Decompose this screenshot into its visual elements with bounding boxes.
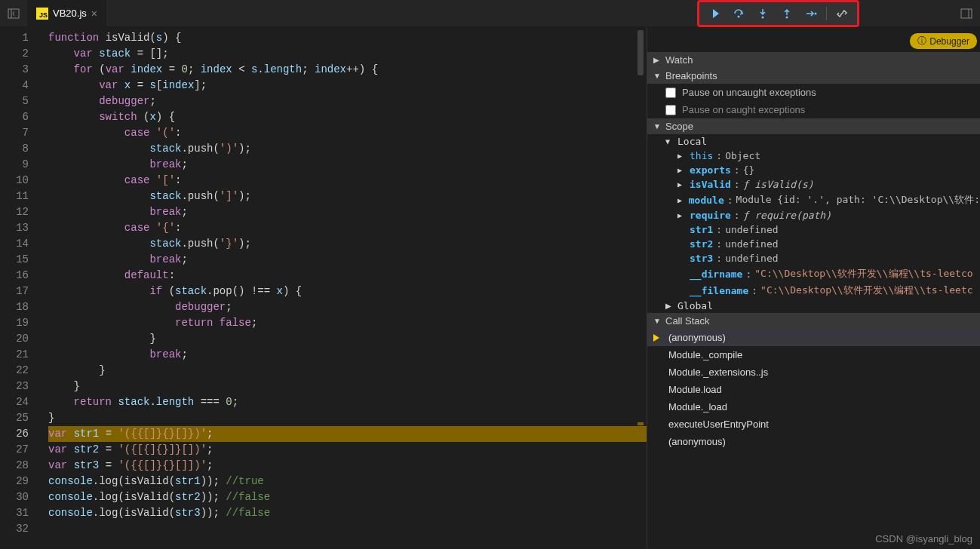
step-button[interactable] [802,5,820,23]
scope-local-row[interactable]: ▼ Local [647,134,980,149]
code-line[interactable]: if (stack.pop() !== x) { [48,284,647,299]
disconnect-button[interactable] [833,5,851,23]
scope-global-row[interactable]: ▶ Global [647,299,980,313]
callstack-frame[interactable]: Module.load [647,381,980,398]
code-line[interactable]: } [48,379,647,394]
chevron-right-icon: ▶ [677,211,687,219]
scope-variable-row[interactable]: ▶this: Object [647,149,980,163]
code-line[interactable]: break; [48,204,647,220]
line-gutter: 1234567891011121314151617181920212223242… [0,27,38,549]
scope-label: Scope [665,121,693,132]
watch-section-header[interactable]: ▶ Watch [647,52,980,68]
chevron-right-icon: ▶ [653,56,662,64]
chevron-down-icon: ▼ [653,317,662,325]
code-line[interactable]: var stack = []; [48,46,647,62]
uncaught-exceptions-row[interactable]: Pause on uncaught exceptions [647,84,980,101]
code-line[interactable]: break; [48,347,647,363]
panel-toggle-icon[interactable] [953,0,980,27]
scope-variable-row[interactable]: ▶module: Module {id: '.', path: 'C:\\Des… [647,192,980,208]
scope-local-label: Local [677,136,707,147]
debug-panel: ⓘ Debugger ▶ Watch ▼ Breakpoints Pause o… [647,27,980,549]
chevron-down-icon: ▼ [653,122,662,130]
code-line[interactable]: for (var index = 0; index < s.length; in… [48,62,647,78]
chevron-right-icon: ▶ [677,180,687,189]
scope-variable-row[interactable]: ▶exports: {} [647,163,980,177]
code-line[interactable]: return false; [48,315,647,331]
code-line[interactable]: } [48,410,647,426]
debugger-badge-label: Debugger [929,36,969,47]
caught-exceptions-row[interactable]: Pause on caught exceptions [647,101,980,118]
chevron-down-icon: ▼ [653,72,662,80]
code-line[interactable]: function isValid(s) { [48,30,647,46]
callstack-section-header[interactable]: ▼ Call Stack [647,313,980,329]
uncaught-exceptions-checkbox[interactable] [665,87,676,98]
svg-point-5 [762,17,764,19]
code-line[interactable]: console.log(isValid(str3)); //false [48,505,647,521]
scope-variable-row[interactable]: __filename: "C:\\Desktop\\软件开发\\编程\\ts-l… [647,282,980,299]
caught-exceptions-checkbox[interactable] [665,105,676,115]
watermark: CSDN @isyangli_blog [875,533,972,544]
chevron-right-icon: ▶ [677,166,687,174]
scope-variable-row[interactable]: str2: undefined [647,237,980,251]
code-line[interactable]: debugger; [48,94,647,109]
scope-variable-row[interactable]: str1: undefined [647,222,980,237]
chevron-right-icon: ▶ [677,196,686,204]
scope-global-label: Global [677,300,713,311]
caught-exceptions-label: Pause on caught exceptions [682,104,805,115]
code-line[interactable]: break; [48,252,647,268]
callstack-frame[interactable]: (anonymous) [647,433,980,450]
code-line[interactable]: switch (x) { [48,109,647,125]
chevron-down-icon: ▼ [665,137,674,146]
callstack-frame[interactable]: Module._extensions..js [647,363,980,381]
sidebar-toggle-icon[interactable] [0,0,27,27]
svg-point-4 [738,16,740,18]
code-line[interactable]: stack.push(']'); [48,189,647,204]
code-line[interactable]: var str3 = '({{[]}{}[]])'; [48,458,647,474]
js-icon: JS [36,8,48,20]
step-into-button[interactable] [754,5,772,23]
scrollbar-thumb[interactable] [637,30,644,75]
code-area[interactable]: function isValid(s) { var stack = []; fo… [38,27,647,549]
info-icon: ⓘ [917,35,926,48]
debug-toolbar [697,0,859,27]
code-line[interactable]: } [48,331,647,347]
continue-button[interactable] [705,5,723,23]
callstack-frame[interactable]: executeUserEntryPoint [647,416,980,433]
code-line[interactable]: var str2 = '({[{]{}]}[])'; [48,442,647,458]
code-line[interactable]: var str1 = '({{[]}{}[]})'; [48,426,647,442]
breakpoints-section-header[interactable]: ▼ Breakpoints [647,68,980,84]
code-line[interactable]: case '{': [48,220,647,236]
scope-variable-row[interactable]: ▶isValid: ƒ isValid(s) [647,177,980,192]
code-line[interactable]: break; [48,157,647,173]
scope-body: ▼ Local ▶this: Object▶exports: {}▶isVali… [647,134,980,299]
code-line[interactable]: console.log(isValid(str2)); //false [48,489,647,505]
debugger-status-badge: ⓘ Debugger [910,33,977,49]
code-editor[interactable]: 1234567891011121314151617181920212223242… [0,27,647,549]
step-over-button[interactable] [730,5,748,23]
scope-section-header[interactable]: ▼ Scope [647,118,980,134]
chevron-right-icon: ▶ [677,152,687,160]
code-line[interactable]: return stack.length === 0; [48,394,647,410]
step-out-button[interactable] [778,5,796,23]
callstack-frame[interactable]: (anonymous) [647,329,980,346]
scope-variable-row[interactable]: ▶require: ƒ require(path) [647,208,980,222]
code-line[interactable]: var x = s[index]; [48,78,647,94]
scope-variable-row[interactable]: __dirname: "C:\\Desktop\\软件开发\\编程\\ts-le… [647,265,980,282]
code-line[interactable]: stack.push(')'); [48,141,647,157]
uncaught-exceptions-label: Pause on uncaught exceptions [682,87,816,98]
code-line[interactable] [48,521,647,537]
code-line[interactable]: } [48,363,647,379]
callstack-frame[interactable]: Module._compile [647,346,980,363]
watch-label: Watch [665,54,693,66]
code-line[interactable]: case '[': [48,173,647,189]
code-line[interactable]: console.log(isValid(str1)); //true [48,474,647,489]
code-line[interactable]: debugger; [48,299,647,315]
close-icon[interactable]: × [91,8,97,20]
code-line[interactable]: case '(': [48,125,647,141]
callstack-frame[interactable]: Module._load [647,398,980,416]
file-tab[interactable]: JS VB20.js × [27,0,106,27]
chevron-right-icon: ▶ [665,302,674,310]
code-line[interactable]: default: [48,268,647,284]
scope-variable-row[interactable]: str3: undefined [647,251,980,265]
code-line[interactable]: stack.push('}'); [48,236,647,252]
